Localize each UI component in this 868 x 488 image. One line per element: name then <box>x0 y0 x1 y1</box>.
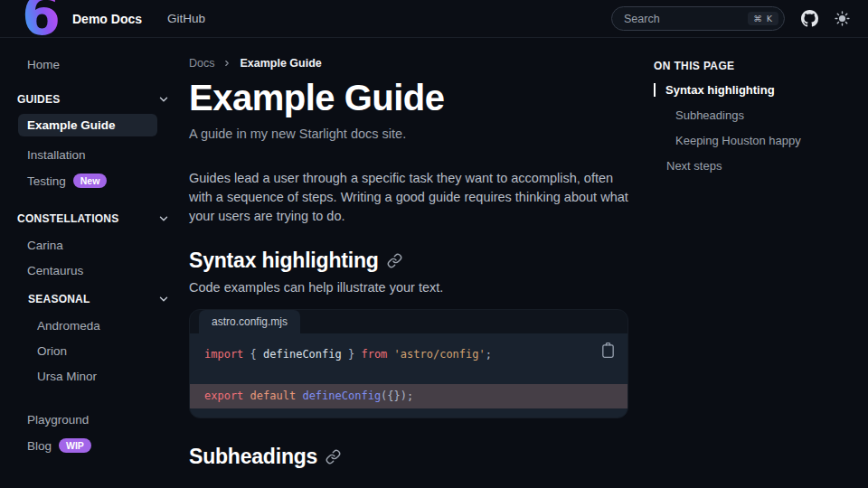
sidebar-item-testing[interactable]: Testing New <box>27 174 170 188</box>
code-line-1: import { defineConfig } from 'astro/conf… <box>190 344 627 364</box>
anchor-link-icon[interactable] <box>387 253 402 268</box>
chevron-down-icon <box>157 212 170 225</box>
code-token: export <box>204 389 243 402</box>
code-tab-filename[interactable]: astro.config.mjs <box>199 310 300 333</box>
sidebar-group-guides[interactable]: GUIDES <box>17 93 170 106</box>
wip-badge: WIP <box>59 438 91 453</box>
code-token: defineConfig <box>302 389 381 402</box>
sidebar-item-home[interactable]: Home <box>27 58 170 71</box>
sidebar-item-andromeda[interactable]: Andromeda <box>37 319 170 333</box>
page-title: Example Guide <box>189 78 628 118</box>
code-token: 'astro/config' <box>394 348 486 361</box>
code-token: { <box>243 348 263 361</box>
code-line-2 <box>190 364 627 380</box>
toc-item-keeping-houston-happy[interactable]: Keeping Houston happy <box>654 134 862 147</box>
intro-paragraph: Guides lead a user through a specific ta… <box>189 169 628 226</box>
breadcrumb: Docs Example Guide <box>189 57 628 70</box>
sidebar-item-carina[interactable]: Carina <box>27 239 170 252</box>
code-token: default <box>250 389 297 402</box>
subheadings-heading-row: Subheadings <box>189 445 628 469</box>
sidebar-group-constellations[interactable]: CONSTELLATIONS <box>17 212 170 225</box>
code-token: import <box>204 348 243 361</box>
code-tab-bar: astro.config.mjs <box>190 310 627 333</box>
sidebar-item-centaurus[interactable]: Centaurus <box>27 264 170 277</box>
syntax-highlighting-heading-row: Syntax highlighting <box>189 249 628 273</box>
site-header: 6 Demo Docs GitHub Search ⌘ K <box>0 0 868 38</box>
code-token: ; <box>486 348 492 361</box>
toc-label: ON THIS PAGE <box>654 60 862 72</box>
sidebar-item-example-guide[interactable]: Example Guide <box>18 114 157 136</box>
search-shortcut-kbd: ⌘ K <box>748 12 778 25</box>
sidebar-group-seasonal-label: SEASONAL <box>28 293 90 305</box>
on-this-page-toc: ON THIS PAGE Syntax highlighting Subhead… <box>654 38 862 173</box>
theme-toggle-sun-icon[interactable] <box>835 11 850 26</box>
sidebar-item-testing-label: Testing <box>27 174 66 188</box>
code-line-3-highlighted: export default defineConfig({}); <box>190 384 627 408</box>
main-content: Docs Example Guide Example Guide A guide… <box>189 38 628 488</box>
copy-code-button[interactable] <box>600 342 616 359</box>
nav-link-github[interactable]: GitHub <box>167 12 205 25</box>
code-token <box>387 348 393 361</box>
chevron-right-icon <box>222 59 231 68</box>
new-badge: New <box>73 174 108 188</box>
sidebar-group-constellations-label: CONSTELLATIONS <box>17 212 118 225</box>
sidebar-item-ursa-minor[interactable]: Ursa Minor <box>37 370 170 383</box>
anchor-link-icon[interactable] <box>326 449 341 465</box>
search-placeholder: Search <box>624 13 741 25</box>
subheadings-heading: Subheadings <box>189 445 317 469</box>
left-sidebar: Home GUIDES Example Guide Installation T… <box>0 38 181 488</box>
sidebar-item-blog[interactable]: Blog WIP <box>27 438 170 453</box>
code-token: } <box>342 348 362 361</box>
toc-item-syntax-highlighting[interactable]: Syntax highlighting <box>654 83 862 97</box>
sidebar-item-orion[interactable]: Orion <box>37 344 170 358</box>
breadcrumb-docs-link[interactable]: Docs <box>189 57 214 70</box>
toc-item-subheadings[interactable]: Subheadings <box>654 108 862 122</box>
sidebar-group-seasonal[interactable]: SEASONAL <box>28 293 170 305</box>
code-panel: import { defineConfig } from 'astro/conf… <box>190 333 627 418</box>
code-token <box>243 389 250 402</box>
sidebar-item-installation[interactable]: Installation <box>27 148 170 162</box>
clipboard-icon <box>600 342 616 359</box>
site-logo: 6 <box>22 0 61 43</box>
sidebar-group-guides-label: GUIDES <box>17 93 60 106</box>
toc-item-next-steps[interactable]: Next steps <box>654 159 862 173</box>
syntax-highlighting-heading: Syntax highlighting <box>189 249 379 273</box>
page-subtitle: A guide in my new Starlight docs site. <box>189 127 628 141</box>
github-icon[interactable] <box>801 10 818 27</box>
code-block: astro.config.mjs import { defineConfig }… <box>189 309 628 418</box>
search-input[interactable]: Search ⌘ K <box>611 6 785 31</box>
syntax-section-body: Code examples can help illustrate your t… <box>189 280 628 295</box>
sidebar-item-playground[interactable]: Playground <box>27 413 170 427</box>
breadcrumb-current: Example Guide <box>240 57 321 70</box>
chevron-down-icon <box>157 93 170 106</box>
sidebar-item-blog-label: Blog <box>27 439 52 453</box>
code-token: defineConfig <box>263 348 342 361</box>
code-token: ({}); <box>381 389 413 402</box>
site-title[interactable]: Demo Docs <box>72 12 142 26</box>
code-token: from <box>361 348 387 361</box>
chevron-down-icon <box>157 293 170 305</box>
